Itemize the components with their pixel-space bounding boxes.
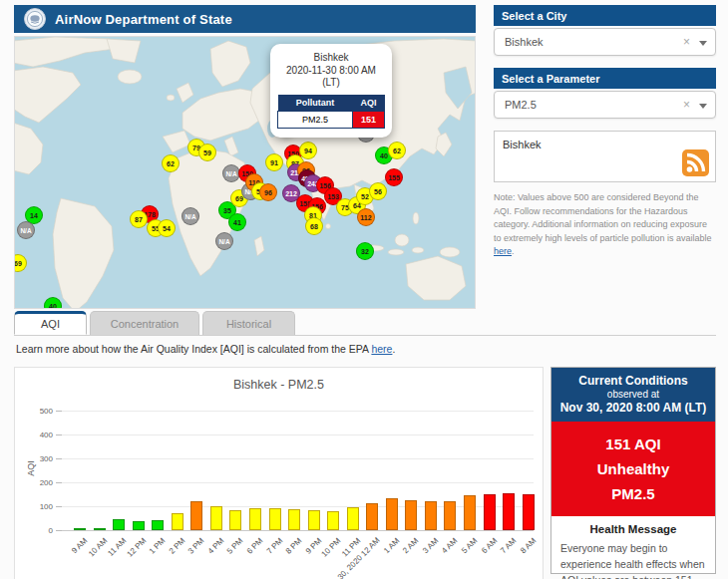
y-tick-label: 200 — [15, 478, 53, 487]
note-text: Note: Values above 500 are considered Be… — [494, 192, 712, 243]
aqi-bar — [172, 513, 183, 530]
y-tick-label: 300 — [15, 454, 53, 463]
y-tick — [56, 458, 62, 459]
learn-more-line: Learn more about how the Air Quality Ind… — [16, 343, 395, 355]
gridline — [61, 458, 534, 459]
cc-aqi-parameter: PM2.5 — [555, 482, 711, 507]
gridline — [61, 411, 534, 412]
aqi-map-marker[interactable]: 59 — [198, 144, 216, 161]
cc-aqi-category: Unhealthy — [555, 457, 711, 482]
feed-city-label: Bishkek — [503, 139, 542, 150]
y-tick — [56, 530, 62, 531]
beyond-aqi-note: Note: Values above 500 are considered Be… — [494, 191, 716, 259]
aqi-world-map[interactable]: 14N/A6940795962N/A178875554N/AN/A354169N… — [14, 36, 476, 309]
popup-pollutant-value: PM2.5 — [278, 111, 353, 128]
aqi-bar — [347, 507, 359, 530]
aqi-bar — [229, 510, 241, 530]
app-header: AirNow Department of State — [14, 5, 476, 33]
tab-historical[interactable]: Historical — [202, 311, 295, 335]
aqi-bar — [210, 506, 222, 530]
gridline — [61, 482, 534, 483]
aqi-bar — [288, 509, 300, 530]
y-tick — [56, 434, 62, 435]
aqi-map-marker[interactable]: 40 — [44, 297, 62, 309]
tab-concentration[interactable]: Concentration — [90, 311, 199, 335]
cc-aqi-block: 151 AQI Unhealthy PM2.5 — [551, 422, 715, 516]
y-tick — [56, 482, 62, 483]
current-conditions-header: Current Conditions observed at Nov 30, 2… — [551, 368, 715, 422]
page-title: AirNow Department of State — [55, 12, 232, 27]
aqi-map-marker[interactable]: 91 — [265, 153, 283, 171]
aqi-bar — [190, 501, 202, 530]
aqi-map-marker[interactable]: 56 — [369, 182, 387, 200]
us-seal-icon — [24, 8, 46, 30]
popup-city: Bishkek — [277, 52, 385, 65]
aqi-bar — [484, 494, 496, 530]
select-parameter-header: Select a Parameter — [494, 68, 716, 89]
parameter-clear-icon[interactable]: × — [683, 99, 690, 111]
airnow-dos-page: AirNow Department of State — [0, 0, 728, 579]
city-chevron-down-icon[interactable] — [699, 41, 707, 46]
gridline — [61, 530, 534, 531]
aqi-bar — [269, 508, 281, 530]
aqi-bar — [94, 528, 106, 530]
map-popup: Bishkek 2020-11-30 8:00 AM (LT) Pollutan… — [270, 44, 392, 138]
select-city-header: Select a City — [494, 5, 716, 26]
aqi-bar — [152, 520, 164, 530]
health-message-text: Everyone may begin to experience health … — [560, 541, 706, 579]
aqi-bar — [386, 498, 398, 530]
aqi-map-marker[interactable]: N/A — [215, 232, 233, 250]
chart-title: Bishkek - PM2.5 — [15, 378, 543, 392]
rss-icon[interactable] — [682, 149, 709, 176]
popup-timezone: (LT) — [277, 77, 385, 90]
y-tick-label: 400 — [15, 431, 53, 439]
spacer — [494, 56, 716, 68]
popup-aqi-header: AQI — [353, 95, 385, 112]
aqi-map-marker[interactable]: N/A — [182, 207, 199, 225]
aqi-map-marker[interactable]: 62 — [162, 154, 180, 172]
chart-tabs: AQI Concentration Historical — [14, 311, 716, 336]
y-tick-label: 100 — [15, 502, 53, 511]
y-tick — [56, 506, 62, 507]
health-message-title: Health Message — [560, 523, 706, 535]
parameter-chevron-down-icon[interactable] — [699, 104, 707, 109]
learn-more-text: Learn more about how the Air Quality Ind… — [16, 343, 371, 355]
y-tick-label: 0 — [15, 526, 53, 535]
cc-datetime: Nov 30, 2020 8:00 AM (LT) — [555, 401, 711, 415]
note-here-link[interactable]: here — [494, 246, 512, 256]
aqi-map-marker[interactable]: 32 — [356, 242, 374, 260]
aqi-bar — [133, 521, 145, 530]
aqi-bar — [523, 494, 535, 530]
aqi-map-marker[interactable]: N/A — [17, 221, 35, 239]
popup-datetime: 2020-11-30 8:00 AM — [277, 65, 385, 78]
aqi-map-marker[interactable]: 68 — [305, 217, 323, 235]
parameter-select[interactable]: PM2.5 × — [494, 91, 716, 119]
aqi-map-marker[interactable]: 112 — [357, 208, 375, 226]
aqi-map-marker[interactable]: 54 — [158, 219, 176, 237]
city-select[interactable]: Bishkek × — [494, 28, 716, 56]
aqi-bar — [366, 503, 378, 530]
aqi-bar — [327, 511, 339, 530]
aqi-map-marker[interactable]: 41 — [228, 213, 246, 231]
learn-more-suffix: . — [392, 343, 395, 355]
learn-more-here-link[interactable]: here — [371, 343, 392, 355]
y-tick-label: 500 — [15, 407, 53, 416]
cc-title: Current Conditions — [555, 374, 711, 388]
aqi-map-marker[interactable]: 155 — [385, 168, 403, 186]
popup-pollutant-header: Pollutant — [278, 95, 353, 112]
aqi-bar-chart: Bishkek - PM2.5 AQI 01002003004005009 AM… — [14, 367, 544, 579]
aqi-map-marker[interactable]: 87 — [130, 210, 148, 228]
cc-health-message: Health Message Everyone may begin to exp… — [551, 516, 715, 579]
current-conditions-panel: Current Conditions observed at Nov 30, 2… — [550, 367, 716, 574]
city-clear-icon[interactable]: × — [683, 36, 690, 48]
aqi-bar — [308, 510, 320, 530]
popup-aqi-table: Pollutant AQI PM2.5 151 — [277, 95, 385, 129]
note-suffix: . — [512, 246, 515, 256]
aqi-map-marker[interactable]: 62 — [388, 142, 406, 159]
city-select-value: Bishkek — [505, 36, 544, 48]
aqi-bar — [444, 501, 456, 530]
aqi-map-marker[interactable]: 96 — [259, 183, 277, 201]
aqi-bar — [464, 495, 476, 530]
tab-aqi[interactable]: AQI — [14, 311, 87, 335]
spacer — [494, 119, 716, 131]
